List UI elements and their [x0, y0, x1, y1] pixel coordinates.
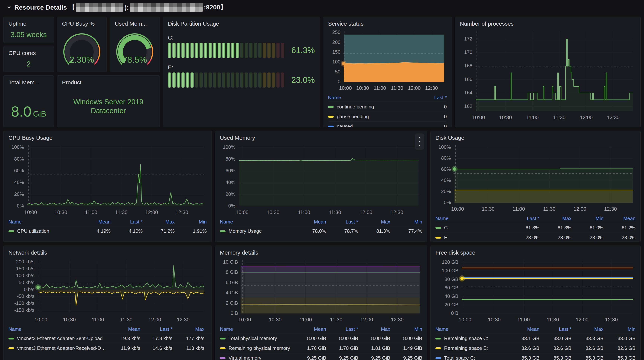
legend-col-name[interactable]: Name [8, 219, 78, 225]
legend-row[interactable]: Total space C:85.3 GB85.3 GB85.3 GB85.3 … [436, 353, 636, 360]
legend-col-name[interactable]: Name [436, 326, 508, 332]
chart-svg: 200 kb/s150 kb/s100 kb/s50 kb/s0 b/s-50 … [8, 257, 207, 325]
legend-col-min[interactable]: Min [204, 326, 212, 332]
panel-disk-usage: Disk Usage 0%20%40%60%80%100%10:0010:301… [430, 131, 640, 242]
legend-col-last[interactable]: Last * [508, 216, 540, 221]
total-memory-unit: GiB [33, 109, 46, 118]
series-swatch-icon [436, 227, 441, 229]
legend-row[interactable]: C:61.3%61.3%61.0%61.2% [436, 223, 636, 233]
series-value: 8.00 GiB [390, 336, 422, 341]
legend-row[interactable]: Memory Usage78.0%78.7%81.3%77.4% [220, 226, 422, 236]
legend-row[interactable]: vmxnet3 Ethernet Adapter-Received-Downlo… [8, 343, 212, 353]
legend-col-name[interactable]: Name [220, 219, 294, 225]
legend-col-mean[interactable]: Mean [604, 216, 636, 221]
svg-text:164: 164 [464, 90, 472, 95]
svg-text:60 GB: 60 GB [444, 285, 458, 291]
legend-col-mean[interactable]: Mean [508, 326, 540, 332]
legend-col-last[interactable]: Last * [540, 326, 572, 332]
series-value: 33.1 GB [508, 336, 540, 341]
panel-title: Disk Partition Usage [163, 17, 320, 27]
processes-plot[interactable]: 16216416616817017210:0010:3011:0011:3012… [460, 28, 636, 122]
panel-memory-details: Memory details 0 B2 GiB4 GiB6 GiB8 GiB10… [215, 246, 427, 360]
network-details-plot[interactable]: 200 kb/s150 kb/s100 kb/s50 kb/s0 b/s-50 … [8, 257, 207, 325]
legend-col-min[interactable]: Min [604, 326, 636, 332]
series-label: pause pending [337, 114, 369, 120]
legend-col-mean[interactable]: Mean [294, 326, 326, 332]
svg-text:11:00: 11:00 [300, 317, 312, 323]
series-swatch-icon [220, 348, 226, 349]
chart-svg: 05010015020025010:0010:3011:0011:3012:00… [328, 28, 447, 93]
panel-title: Memory details [215, 246, 427, 256]
svg-text:11:30: 11:30 [329, 210, 341, 215]
svg-text:60%: 60% [226, 168, 235, 173]
service-status-plot[interactable]: 05010015020025010:0010:3011:0011:3012:00… [328, 28, 447, 93]
legend-col-min[interactable]: Min [390, 326, 422, 332]
legend-col-min[interactable]: Min [572, 216, 604, 221]
free-disk-space-legend: NameMeanLast *MaxMinRemaining space C:33… [436, 325, 636, 360]
legend-col-last[interactable]: Last * [326, 326, 358, 332]
legend-col-last[interactable]: Last * [422, 95, 447, 100]
svg-text:11:00: 11:00 [526, 115, 539, 120]
legend-row[interactable]: Remaining physical memory1.76 GiB1.70 Gi… [220, 343, 422, 353]
legend-col-max[interactable]: Max [358, 219, 390, 225]
chevron-down-icon[interactable] [6, 4, 12, 11]
panel-total-memory: Total Mem... 8.0GiB [4, 75, 54, 127]
legend-col-min[interactable]: Min [175, 219, 207, 225]
row-title[interactable]: Resource Details [14, 4, 67, 11]
legend-col-mean[interactable]: Mean [294, 219, 326, 225]
legend-row[interactable]: paused0 [328, 121, 447, 127]
disk-usage-plot[interactable]: 0%20%40%60%80%100%10:0010:3011:0011:3012… [436, 142, 636, 214]
legend-col-name[interactable]: Name [328, 95, 422, 100]
panel-disk-partition-usage: Disk Partition Usage C:61.3%E:23.0% [163, 16, 320, 127]
svg-text:11:30: 11:30 [330, 317, 342, 323]
svg-text:6 GiB: 6 GiB [226, 280, 238, 285]
svg-text:20%: 20% [14, 191, 24, 197]
legend-col-mean[interactable]: Mean [108, 326, 140, 332]
legend-row[interactable]: Virtual memory9.25 GiB9.25 GiB9.25 GiB9.… [220, 353, 422, 360]
legend-col-last[interactable]: Last * [110, 219, 143, 225]
total-memory-value: 8.0GiB [11, 102, 46, 121]
legend-row[interactable]: Total physical memory8.00 GiB8.00 GiB8.0… [220, 334, 422, 343]
legend-col-max[interactable]: Max [572, 326, 604, 332]
legend-col-name[interactable]: Name [8, 326, 108, 332]
free-disk-space-plot[interactable]: 0 B20 GB40 GB60 GB80 GB100 GB120 GB10:00… [436, 257, 636, 325]
panel-network-details: Network details 200 kb/s150 kb/s100 kb/s… [4, 246, 212, 360]
legend-row[interactable]: vmxnet3 Ethernet Adapter-Sent-Upload19.3… [8, 334, 212, 343]
legend-col-last[interactable]: Last * [140, 326, 172, 332]
legend-row[interactable]: Remaining space C:33.1 GB33.0 GB33.3 GB3… [436, 334, 636, 343]
legend-row[interactable]: Remaining space E:82.6 GB82.6 GB82.6 GB8… [436, 343, 636, 353]
legend-col-max[interactable]: Max [358, 326, 390, 332]
series-value: 78.7% [326, 228, 358, 234]
legend-col-name[interactable]: Name [436, 216, 508, 221]
legend-col-max[interactable]: Max [540, 216, 572, 221]
series-label: Virtual memory [228, 355, 261, 360]
legend-row[interactable]: CPU utilization4.19%4.10%71.2%1.91% [8, 226, 207, 236]
panel-cpu-busy-usage: CPU Busy Usage 0%20%40%60%80%100%10:0010… [4, 131, 212, 242]
legend-col-name[interactable]: Name [220, 326, 294, 332]
svg-text:100%: 100% [12, 144, 24, 150]
legend-col-max[interactable]: Max [172, 326, 204, 332]
series-value: 9.25 GiB [390, 355, 422, 360]
legend-col-last[interactable]: Last * [326, 219, 358, 225]
series-swatch-icon [220, 338, 226, 340]
legend-col-min[interactable]: Min [390, 219, 422, 225]
svg-text:12:30: 12:30 [176, 210, 188, 215]
used-memory-plot[interactable]: 0%20%40%60%80%100%10:0010:3011:0011:3012… [220, 142, 422, 217]
series-value: 61.0% [572, 225, 604, 231]
legend-row[interactable]: continue pending0 [328, 102, 447, 112]
cpu-busy-usage-plot[interactable]: 0%20%40%60%80%100%10:0010:3011:0011:3012… [8, 142, 207, 217]
legend-col-mean[interactable]: Mean [78, 219, 110, 225]
panel-title: Free disk space [430, 246, 640, 256]
svg-text:40%: 40% [441, 177, 451, 183]
legend-row[interactable]: pause pending0 [328, 112, 447, 121]
series-label: Remaining physical memory [228, 345, 290, 351]
svg-text:11:00: 11:00 [518, 317, 530, 323]
svg-text:60%: 60% [441, 166, 451, 172]
series-value: 0 [422, 123, 447, 127]
svg-text:100%: 100% [223, 144, 236, 150]
memory-details-plot[interactable]: 0 B2 GiB4 GiB6 GiB8 GiB10 GiB10:0010:301… [220, 257, 422, 325]
used-mem-gauge: 78.5% [110, 27, 160, 72]
chart-svg: 0%20%40%60%80%100%10:0010:3011:0011:3012… [436, 142, 636, 214]
legend-row[interactable]: E:23.0%23.0%23.0%23.0% [436, 233, 636, 242]
legend-col-max[interactable]: Max [143, 219, 175, 225]
